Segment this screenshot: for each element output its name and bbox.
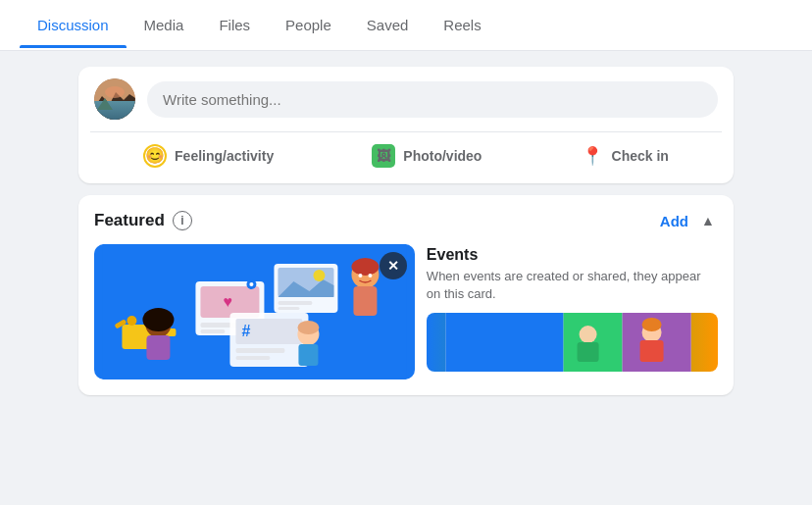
svg-marker-3: [94, 102, 135, 120]
svg-text:♥: ♥: [223, 293, 232, 310]
tab-people[interactable]: People: [268, 3, 349, 47]
photo-icon: [372, 144, 395, 168]
events-title: Events: [427, 246, 718, 264]
tab-files[interactable]: Files: [201, 3, 268, 47]
events-preview-image: [427, 313, 710, 372]
post-composer: Feeling/activity Photo/video Check in: [78, 67, 734, 183]
photo-video-button[interactable]: Photo/video: [356, 136, 497, 176]
featured-section: Featured i Add ▲ ✕: [78, 195, 734, 395]
featured-title-area: Featured i: [94, 211, 192, 230]
featured-cards: ✕ ♥: [94, 244, 718, 379]
svg-rect-41: [445, 313, 563, 372]
svg-rect-14: [200, 329, 225, 333]
svg-point-39: [249, 282, 253, 286]
checkin-label: Check in: [612, 148, 669, 164]
svg-point-18: [313, 270, 325, 281]
composer-top: [94, 78, 718, 120]
close-featured-button[interactable]: ✕: [380, 252, 407, 279]
svg-rect-30: [235, 356, 270, 360]
svg-rect-23: [353, 286, 377, 316]
avatar: [94, 78, 135, 120]
svg-point-45: [641, 318, 661, 331]
svg-rect-36: [298, 344, 318, 366]
collapse-button[interactable]: ▲: [698, 211, 718, 230]
svg-point-24: [358, 274, 362, 278]
svg-point-9: [127, 316, 136, 326]
svg-rect-20: [278, 307, 299, 310]
featured-header: Featured i Add ▲: [94, 211, 718, 230]
svg-rect-19: [278, 301, 312, 305]
checkin-icon: [581, 144, 604, 168]
check-in-button[interactable]: Check in: [565, 136, 685, 176]
svg-rect-46: [639, 340, 663, 362]
photo-label: Photo/video: [403, 148, 482, 164]
svg-point-22: [351, 258, 379, 276]
tab-media[interactable]: Media: [127, 3, 202, 47]
svg-point-35: [297, 321, 319, 334]
featured-illustration: ♥: [94, 244, 415, 379]
featured-actions: Add ▲: [660, 211, 718, 230]
tab-saved[interactable]: Saved: [349, 3, 427, 47]
svg-text:#: #: [241, 323, 250, 339]
info-icon[interactable]: i: [173, 211, 192, 230]
add-button[interactable]: Add: [660, 213, 688, 229]
tab-bar: Discussion Media Files People Saved Reel…: [0, 0, 812, 51]
svg-rect-48: [577, 342, 598, 362]
svg-rect-33: [146, 335, 170, 360]
compose-input[interactable]: [147, 81, 718, 118]
events-text-area: Events When events are created or shared…: [427, 244, 718, 305]
svg-point-25: [368, 274, 372, 278]
tab-discussion[interactable]: Discussion: [20, 3, 127, 47]
svg-point-32: [142, 308, 174, 331]
featured-card-events: Events When events are created or shared…: [427, 244, 718, 379]
feeling-label: Feeling/activity: [175, 148, 274, 164]
events-preview: [427, 313, 718, 372]
featured-title: Featured: [94, 211, 165, 230]
tab-reels[interactable]: Reels: [426, 3, 498, 47]
avatar-image: [94, 78, 135, 120]
svg-rect-29: [235, 348, 284, 353]
events-description: When events are created or shared, they …: [427, 268, 718, 303]
svg-point-4: [105, 86, 125, 98]
svg-point-47: [579, 326, 596, 343]
feeling-icon: [143, 144, 167, 168]
composer-actions: Feeling/activity Photo/video Check in: [94, 132, 718, 179]
feeling-activity-button[interactable]: Feeling/activity: [127, 136, 289, 176]
featured-card-illustration: ✕ ♥: [94, 244, 415, 379]
main-content: Feeling/activity Photo/video Check in Fe…: [0, 51, 812, 411]
